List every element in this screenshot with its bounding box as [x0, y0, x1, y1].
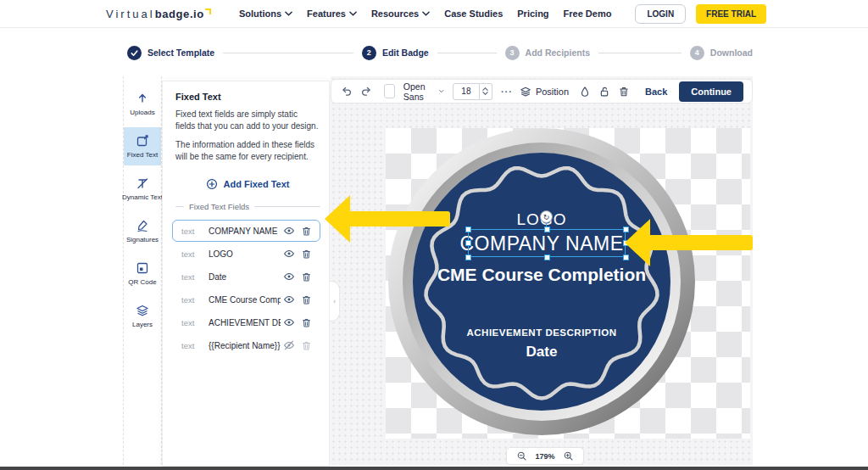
- lock-toggle-button[interactable]: [598, 86, 610, 98]
- panel-collapse-handle[interactable]: ‹: [330, 281, 340, 322]
- visibility-eye-icon[interactable]: [281, 316, 298, 328]
- field-row-logo[interactable]: text LOGO: [172, 243, 320, 265]
- redo-icon: [360, 85, 373, 98]
- chevron-down-icon: [349, 11, 357, 16]
- step-add-recipients[interactable]: 3 Add Recipients: [505, 46, 590, 60]
- nav-item-case-studies[interactable]: Case Studies: [444, 8, 503, 19]
- badge-text-course-title[interactable]: CME Course Completion: [387, 265, 697, 285]
- step-select-template[interactable]: Select Template: [127, 46, 214, 60]
- delete-element-button[interactable]: [618, 86, 630, 98]
- continue-button[interactable]: Continue: [679, 81, 743, 102]
- step-number: 2: [362, 46, 376, 60]
- more-options-button[interactable]: ···: [501, 87, 513, 97]
- text-color-swatch[interactable]: [384, 84, 395, 98]
- undo-button[interactable]: [340, 85, 353, 98]
- layers-icon: [520, 86, 531, 98]
- font-size-stepper[interactable]: [480, 83, 492, 100]
- field-row-date[interactable]: text Date: [172, 266, 320, 288]
- visibility-eye-icon[interactable]: [281, 294, 298, 305]
- visibility-eye-icon[interactable]: [281, 225, 298, 237]
- trash-icon: [618, 86, 630, 98]
- panel-title: Fixed Text: [175, 92, 320, 102]
- selection-box-company-name[interactable]: [468, 229, 626, 257]
- brand-logo-bold: badge.io: [155, 8, 204, 20]
- nav-item-features[interactable]: Features: [307, 8, 357, 19]
- signature-pen-icon: [136, 219, 149, 232]
- field-row-cme-course[interactable]: text CME Course Comple...: [172, 288, 320, 311]
- zoom-in-button[interactable]: [563, 450, 574, 462]
- font-family-select[interactable]: Open Sans: [403, 81, 444, 102]
- nav-item-solutions[interactable]: Solutions: [239, 8, 292, 19]
- chevron-down-icon: [422, 11, 430, 16]
- field-row-recipient-name[interactable]: text {{Recipient Name}}: [172, 334, 320, 356]
- delete-trash-icon[interactable]: [298, 249, 314, 260]
- resize-handle-w[interactable]: [465, 240, 471, 246]
- field-row-achievement[interactable]: text ACHIEVEMENT DES...: [172, 311, 320, 333]
- toolbar-right-group: Position Back Continue: [520, 81, 743, 102]
- redo-button[interactable]: [360, 85, 373, 98]
- dynamic-text-icon: [136, 176, 149, 190]
- delete-trash-icon[interactable]: [298, 340, 314, 351]
- resize-handle-e[interactable]: [623, 240, 629, 246]
- resize-handle-n[interactable]: [544, 227, 550, 232]
- resize-handle-se[interactable]: [623, 255, 629, 260]
- nav-item-free-demo[interactable]: Free Demo: [564, 8, 612, 19]
- fixed-text-fields-divider: Fixed Text Fields: [175, 202, 320, 211]
- zoom-in-icon: [563, 450, 574, 462]
- fixed-text-panel: Fixed Text Fixed text fields are simply …: [162, 81, 330, 467]
- step-check-icon: [127, 46, 142, 60]
- delete-trash-icon[interactable]: [298, 271, 314, 283]
- zoom-out-button[interactable]: [516, 450, 527, 462]
- visibility-eye-icon[interactable]: [281, 248, 298, 260]
- step-number: 4: [690, 46, 704, 60]
- visibility-eye-off-icon[interactable]: [281, 339, 298, 351]
- chevron-left-icon: ‹: [333, 298, 336, 305]
- step-download[interactable]: 4 Download: [690, 46, 753, 60]
- resize-handle-ne[interactable]: [623, 227, 629, 232]
- zoom-out-icon: [516, 450, 527, 462]
- delete-trash-icon[interactable]: [298, 317, 314, 328]
- field-row-company-name[interactable]: text COMPANY NAME: [172, 220, 320, 242]
- selection-rotate-handle[interactable]: ↻: [540, 210, 553, 223]
- position-button[interactable]: Position: [520, 86, 569, 98]
- step-edit-badge[interactable]: 2 Edit Badge: [362, 46, 429, 60]
- nav-item-resources[interactable]: Resources: [371, 8, 430, 19]
- canvas-zoom-control: 179%: [506, 447, 584, 465]
- delete-trash-icon[interactable]: [298, 294, 314, 305]
- plus-circle-icon: [206, 178, 218, 190]
- sidebar-item-layers[interactable]: Layers: [124, 297, 161, 335]
- upload-icon: [136, 92, 149, 105]
- sidebar-item-signatures[interactable]: Signatures: [124, 212, 161, 250]
- visibility-eye-icon[interactable]: [281, 271, 298, 283]
- fixed-text-icon: [136, 134, 149, 148]
- editor-toolbar: Open Sans 18 ··· Position Back: [331, 79, 753, 104]
- transparency-droplet-button[interactable]: [579, 86, 591, 98]
- progress-stepper: Select Template 2 Edit Badge 3 Add Recip…: [127, 41, 753, 64]
- qr-code-icon: [136, 261, 149, 275]
- badge-text-date[interactable]: Date: [387, 344, 697, 361]
- stepper-line: [598, 53, 682, 53]
- unlock-icon: [598, 86, 610, 98]
- header-buttons: LOGIN FREE TRIAL: [635, 4, 766, 24]
- stepper-up-icon: [482, 87, 488, 91]
- add-fixed-text-button[interactable]: Add Fixed Text: [175, 178, 320, 190]
- sidebar-item-uploads[interactable]: Uploads: [124, 85, 161, 123]
- font-size-input[interactable]: 18: [453, 83, 480, 100]
- login-button[interactable]: LOGIN: [635, 4, 686, 24]
- brand-logo[interactable]: Virtualbadge.io: [106, 8, 211, 20]
- resize-handle-nw[interactable]: [465, 227, 471, 232]
- back-button[interactable]: Back: [645, 87, 667, 97]
- free-trial-button[interactable]: FREE TRIAL: [696, 4, 766, 24]
- font-size-control: 18: [453, 83, 492, 100]
- nav-item-pricing[interactable]: Pricing: [517, 8, 548, 19]
- sidebar-item-dynamic-text[interactable]: Dynamic Text: [124, 170, 161, 208]
- badge-text-achievement[interactable]: ACHIEVEMENT DESCRIPTION: [387, 327, 697, 338]
- panel-description-2: The information added in these fields wi…: [175, 139, 320, 163]
- sidebar-item-fixed-text[interactable]: Fixed Text: [124, 127, 161, 165]
- sidebar-item-qr-code[interactable]: QR Code: [124, 255, 161, 293]
- delete-trash-icon[interactable]: [298, 226, 314, 237]
- undo-icon: [340, 85, 353, 98]
- stepper-line: [437, 53, 497, 53]
- resize-handle-sw[interactable]: [465, 255, 471, 260]
- resize-handle-s[interactable]: [544, 255, 550, 260]
